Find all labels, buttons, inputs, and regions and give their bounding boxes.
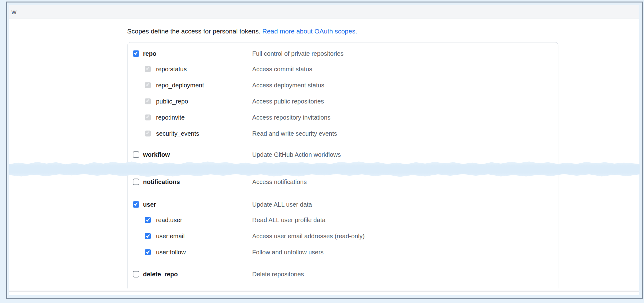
settings-page: Scopes define the access for personal to…	[9, 20, 639, 295]
checkbox-user[interactable]	[133, 201, 139, 208]
check-icon	[146, 67, 149, 70]
scope-row-read-user: read:user Read ALL user profile data	[127, 212, 558, 228]
check-icon	[146, 115, 149, 118]
check-icon	[146, 99, 149, 102]
scope-label: read:user	[156, 217, 182, 224]
scope-row-repo: repo Full control of private repositorie…	[127, 46, 558, 61]
check-icon	[134, 202, 138, 206]
checkbox-notifications[interactable]	[133, 179, 139, 185]
scope-group-workflow: workflow Update GitHub Action workflows	[127, 144, 558, 165]
scope-row-user: user Update ALL user data	[127, 197, 558, 212]
scope-group-repo: repo Full control of private repositorie…	[127, 42, 558, 144]
scope-label: delete_repo	[143, 271, 178, 278]
titlebar-text: w	[11, 8, 16, 16]
scope-description: Access user email addresses (read-only)	[252, 233, 364, 240]
page-bottom-divider	[9, 291, 639, 292]
check-icon	[146, 250, 150, 254]
check-icon	[146, 131, 149, 134]
checkbox-security-events	[145, 131, 151, 137]
browser-window: w Scopes define the access for personal …	[9, 5, 639, 295]
scope-row-delete-repo: delete_repo Delete repositories	[127, 267, 558, 282]
check-icon	[146, 217, 150, 222]
scope-row-user-follow: user:follow Follow and unfollow users	[127, 244, 558, 260]
scope-row-notifications: notifications Access notifications	[127, 174, 558, 189]
checkbox-delete-repo[interactable]	[133, 271, 139, 278]
scope-description: Read and write security events	[252, 130, 337, 137]
scope-row-repo-status: repo:status Access commit status	[127, 61, 558, 77]
scope-label: user	[143, 201, 156, 208]
checkbox-repo-invite	[145, 115, 151, 121]
scope-group-delete-repo: delete_repo Delete repositories	[127, 264, 558, 284]
checkbox-user-follow[interactable]	[145, 249, 151, 255]
oauth-scopes-link[interactable]: Read more about OAuth scopes.	[262, 28, 357, 35]
scope-description: Access deployment status	[252, 82, 324, 89]
check-icon	[146, 234, 150, 238]
scope-label: repo:status	[156, 66, 187, 73]
scope-label: repo:invite	[156, 114, 185, 121]
window-titlebar: w	[9, 5, 639, 19]
check-icon	[134, 51, 138, 55]
scope-description: Access commit status	[252, 66, 312, 73]
scope-group-user: user Update ALL user data read:user Read…	[127, 193, 558, 264]
checkbox-repo[interactable]	[133, 50, 139, 57]
scope-group-cutoff	[127, 284, 558, 288]
scope-label: user:email	[156, 233, 185, 240]
scope-row-public-repo: public_repo Access public repositories	[127, 93, 558, 109]
scope-description: Read ALL user profile data	[252, 217, 325, 224]
scope-label: notifications	[143, 178, 180, 186]
check-icon	[146, 83, 149, 86]
scope-label: user:follow	[156, 249, 186, 256]
scope-label: repo_deployment	[156, 82, 204, 89]
scope-row-repo-invite: repo:invite Access repository invitation…	[127, 109, 558, 125]
scope-row-user-email: user:email Access user email addresses (…	[127, 228, 558, 244]
screenshot-canvas: w Scopes define the access for personal …	[0, 0, 644, 303]
scope-description: Delete repositories	[252, 271, 304, 278]
scope-description: Access notifications	[252, 178, 307, 186]
scope-label: security_events	[156, 130, 199, 137]
scope-label: workflow	[143, 151, 170, 158]
scopes-heading: Scopes define the access for personal to…	[127, 27, 639, 35]
scope-label: public_repo	[156, 98, 188, 105]
scope-description: Access repository invitations	[252, 114, 330, 121]
scope-label: repo	[143, 50, 156, 57]
scopes-heading-text: Scopes define the access for personal to…	[127, 28, 261, 35]
scope-row-workflow: workflow Update GitHub Action workflows	[127, 147, 558, 162]
scope-row-security-events: security_events Read and write security …	[127, 125, 558, 142]
scope-description: Access public repositories	[252, 98, 324, 105]
scope-row-repo-deployment: repo_deployment Access deployment status	[127, 77, 558, 93]
checkbox-repo-status	[145, 66, 151, 72]
scope-description: Update GitHub Action workflows	[252, 151, 341, 158]
scope-description: Follow and unfollow users	[252, 249, 324, 256]
checkbox-workflow[interactable]	[133, 152, 139, 158]
scope-description: Update ALL user data	[252, 201, 312, 208]
checkbox-repo-deployment	[145, 82, 151, 88]
checkbox-read-user[interactable]	[145, 217, 151, 223]
scope-description: Full control of private repositories	[252, 50, 344, 57]
checkbox-user-email[interactable]	[145, 233, 151, 239]
checkbox-public-repo	[145, 99, 151, 104]
